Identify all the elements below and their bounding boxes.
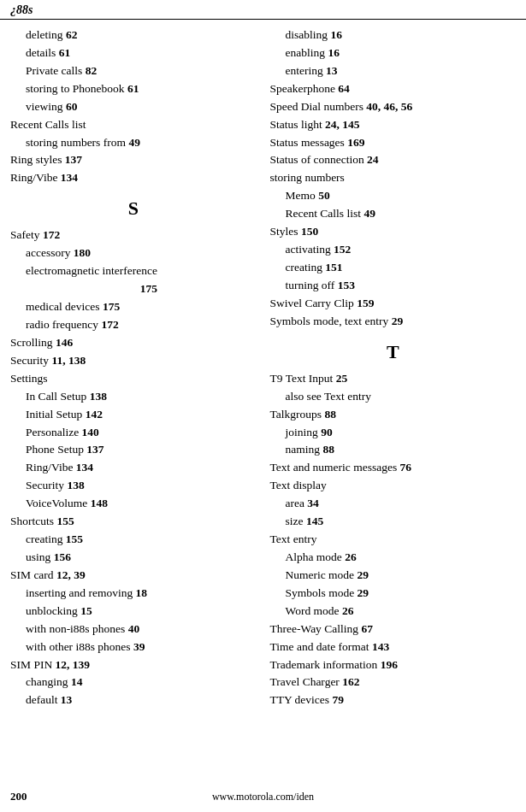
index-entry: viewing 60 xyxy=(26,98,257,116)
index-entry: Speakerphone 64 xyxy=(270,80,517,98)
index-entry: Travel Charger 162 xyxy=(270,674,517,691)
index-entry: storing numbers from 49 xyxy=(26,134,257,152)
index-entry: entering 13 xyxy=(286,62,517,80)
index-entry: inserting and removing 18 xyxy=(26,585,257,603)
index-entry: Memo 50 xyxy=(286,187,517,205)
header-title: ¿88s xyxy=(10,3,33,16)
index-entry: accessory 180 xyxy=(26,244,257,262)
index-entry: activating 152 xyxy=(286,241,517,259)
index-entry: Three-Way Calling 67 xyxy=(270,621,517,638)
index-entry: Speed Dial numbers 40, 46, 56 xyxy=(270,98,517,116)
index-entry: Personalize 140 xyxy=(26,424,257,442)
index-entry: Settings xyxy=(10,370,257,388)
index-entry: Status messages 169 xyxy=(270,134,517,152)
index-entry: Ring/Vibe 134 xyxy=(10,169,257,187)
index-entry: Talkgroups 88 xyxy=(270,406,517,424)
index-entry: changing 14 xyxy=(26,674,257,691)
index-entry: Safety 172 xyxy=(10,227,257,244)
index-entry: storing numbers xyxy=(270,169,517,187)
index-entry: Status of connection 24 xyxy=(270,151,517,169)
index-entry: Security 138 xyxy=(26,477,257,495)
index-entry: Initial Setup 142 xyxy=(26,406,257,424)
index-entry: Ring styles 137 xyxy=(10,151,257,169)
index-entry: 175 xyxy=(41,280,257,298)
index-entry: area 34 xyxy=(286,495,517,513)
index-entry: Symbols mode 29 xyxy=(286,585,517,603)
index-entry: SIM card 12, 39 xyxy=(10,567,257,585)
index-entry: size 145 xyxy=(286,513,517,531)
index-entry: with non-i88s phones 40 xyxy=(26,621,257,638)
index-entry: default 13 xyxy=(26,691,257,709)
index-entry: Swivel Carry Clip 159 xyxy=(270,295,517,313)
index-entry: VoiceVolume 148 xyxy=(26,495,257,513)
index-entry: also see Text entry xyxy=(286,388,517,406)
index-entry: Phone Setup 137 xyxy=(26,441,257,459)
index-entry: T xyxy=(270,338,517,367)
index-entry: creating 151 xyxy=(286,259,517,277)
index-entry: Recent Calls list xyxy=(10,116,257,134)
index-entry: medical devices 175 xyxy=(26,298,257,316)
index-entry: creating 155 xyxy=(26,531,257,549)
index-entry: Word mode 26 xyxy=(286,603,517,621)
index-entry: with other i88s phones 39 xyxy=(26,638,257,656)
index-entry: Ring/Vibe 134 xyxy=(26,459,257,477)
index-entry: using 156 xyxy=(26,549,257,567)
index-entry: disabling 16 xyxy=(286,26,517,44)
index-entry: details 61 xyxy=(26,44,257,62)
right-column: disabling 16enabling 16entering 13Speake… xyxy=(263,26,517,709)
index-entry: Symbols mode, text entry 29 xyxy=(270,313,517,331)
index-entry: S xyxy=(10,194,257,223)
index-entry: In Call Setup 138 xyxy=(26,388,257,406)
index-entry: Styles 150 xyxy=(270,223,517,241)
index-entry: Security 11, 138 xyxy=(10,352,257,370)
index-entry: storing to Phonebook 61 xyxy=(26,80,257,98)
index-entry: Shortcuts 155 xyxy=(10,513,257,531)
index-entry: turning off 153 xyxy=(286,277,517,295)
index-entry: TTY devices 79 xyxy=(270,691,517,709)
page-header: ¿88s xyxy=(0,0,526,20)
left-column: deleting 62details 61Private calls 82sto… xyxy=(10,26,263,709)
index-entry: SIM PIN 12, 139 xyxy=(10,656,257,674)
index-entry: radio frequency 172 xyxy=(26,316,257,334)
index-entry: deleting 62 xyxy=(26,26,257,44)
index-entry: Text and numeric messages 76 xyxy=(270,459,517,477)
index-entry: Status light 24, 145 xyxy=(270,116,517,134)
index-entry: enabling 16 xyxy=(286,44,517,62)
index-entry: Trademark information 196 xyxy=(270,656,517,674)
index-entry: electromagnetic interference xyxy=(26,262,257,280)
index-entry: Alpha mode 26 xyxy=(286,549,517,567)
index-entry: Private calls 82 xyxy=(26,62,257,80)
index-entry: Recent Calls list 49 xyxy=(286,205,517,223)
index-entry: T9 Text Input 25 xyxy=(270,370,517,388)
index-entry: joining 90 xyxy=(286,424,517,442)
footer-url: www.motorola.com/iden xyxy=(0,791,526,803)
index-entry: Numeric mode 29 xyxy=(286,567,517,585)
index-entry: naming 88 xyxy=(286,441,517,459)
index-entry: Text entry xyxy=(270,531,517,549)
index-entry: unblocking 15 xyxy=(26,603,257,621)
index-entry: Scrolling 146 xyxy=(10,334,257,352)
index-entry: Text display xyxy=(270,477,517,495)
index-entry: Time and date format 143 xyxy=(270,638,517,656)
